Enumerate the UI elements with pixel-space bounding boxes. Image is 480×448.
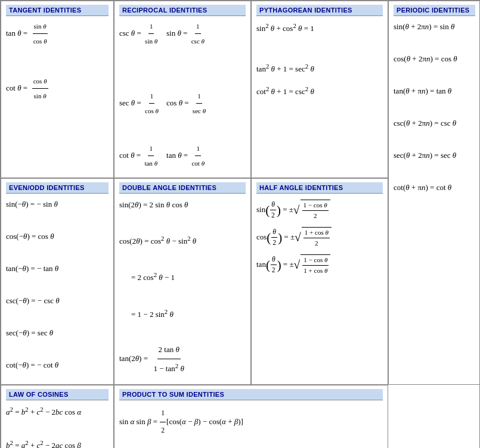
cot-formula: cot θ = cos θsin θ — [6, 73, 49, 104]
reciprocal-formulas: csc θ = 1sin θ sec θ = 1cos θ cot θ = 1t… — [119, 16, 246, 174]
lawcosines-cell: LAW OF COSINES a2 = b2 + c2 − 2bc cos α … — [1, 385, 114, 448]
tangent-header: TANGENT IDENTITIES — [6, 5, 109, 16]
halfangle-formulas: sin(θ2) = ± √ 1 − cos θ2 cos(θ2) = ± √ 1… — [256, 194, 383, 284]
tan-formula: tan θ = sin θcos θ — [6, 18, 109, 49]
periodic-header: PERIODIC IDENTITIES — [394, 5, 475, 16]
tangent-formulas: tan θ = sin θcos θ cot θ = cos θsin θ — [6, 16, 109, 107]
doubleangle-cell: DOUBLE ANGLE IDENTITIES sin(2θ) = 2 sin … — [114, 178, 251, 385]
evenodd-cell: EVEN/ODD IDENTITIES sin(−θ) = − sin θ co… — [1, 178, 114, 385]
lawcosines-formulas: a2 = b2 + c2 − 2bc cos α b2 = a2 + c2 − … — [6, 400, 109, 448]
halfangle-cell: HALF ANGLE IDENTITIES sin(θ2) = ± √ 1 − … — [251, 178, 388, 385]
pythagorean-cell: PYTHAGOREAN IDENTITIES sin2 θ + cos2 θ =… — [251, 1, 388, 178]
evenodd-header: EVEN/ODD IDENTITIES — [6, 182, 109, 194]
pythagorean-formulas: sin2 θ + cos2 θ = 1 tan2 θ + 1 = sec2 θ … — [256, 16, 383, 104]
reciprocal-header: RECIPROCAL IDENTITIES — [119, 5, 246, 16]
productsum-formulas: sin α sin β = 12[cos(α − β) − cos(α + β)… — [119, 400, 383, 448]
evenodd-formulas: sin(−θ) = − sin θ cos(−θ) = cos θ tan(−θ… — [6, 194, 109, 376]
tangent-cell: TANGENT IDENTITIES tan θ = sin θcos θ co… — [1, 1, 114, 178]
productsum-cell: PRODUCT TO SUM IDENTITIES sin α sin β = … — [114, 385, 388, 448]
pythagorean-header: PYTHAGOREAN IDENTITIES — [256, 5, 383, 16]
doubleangle-formulas: sin(2θ) = 2 sin θ cos θ cos(2θ) = cos2 θ… — [119, 194, 246, 381]
periodic-formulas: sin(θ + 2πn) = sin θ cos(θ + 2πn) = cos … — [394, 16, 475, 198]
doubleangle-header: DOUBLE ANGLE IDENTITIES — [119, 182, 246, 194]
reciprocal-cell: RECIPROCAL IDENTITIES csc θ = 1sin θ sec… — [114, 1, 251, 178]
periodic-cell: PERIODIC IDENTITIES sin(θ + 2πn) = sin θ… — [388, 1, 480, 385]
halfangle-header: HALF ANGLE IDENTITIES — [256, 182, 383, 194]
productsum-header: PRODUCT TO SUM IDENTITIES — [119, 389, 383, 400]
main-grid: TANGENT IDENTITIES tan θ = sin θcos θ co… — [0, 0, 480, 448]
lawcosines-header: LAW OF COSINES — [6, 389, 109, 400]
